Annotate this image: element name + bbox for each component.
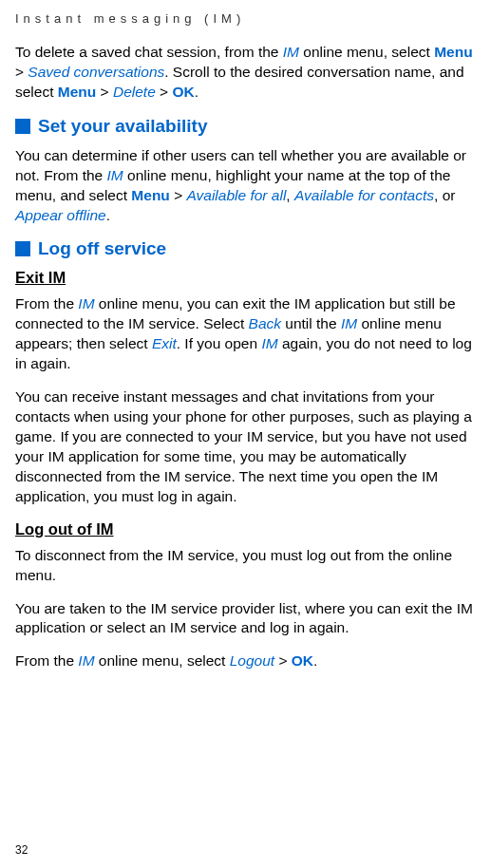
text: From the [15, 295, 78, 311]
saved-conversations-link[interactable]: Saved conversations [28, 64, 164, 80]
menu-link[interactable]: Menu [131, 187, 169, 203]
text: online menu, select [299, 44, 434, 60]
text: . If you open [177, 335, 262, 351]
separator: > [156, 84, 173, 100]
logout-paragraph-3: From the IM online menu, select Logout >… [15, 651, 474, 671]
text: online menu, select [95, 652, 230, 669]
logout-paragraph-1: To disconnect from the IM service, you m… [15, 546, 474, 586]
logout-paragraph-2: You are taken to the IM service provider… [15, 599, 474, 639]
exit-im-paragraph-2: You can receive instant messages and cha… [15, 387, 474, 507]
exit-link[interactable]: Exit [152, 335, 177, 351]
text: , [286, 187, 294, 203]
text: To delete a saved chat session, from the [15, 44, 283, 60]
section-heading-text: Log off service [38, 238, 166, 259]
back-link[interactable]: Back [249, 315, 281, 331]
menu-link[interactable]: Menu [58, 84, 96, 100]
im-link[interactable]: IM [261, 335, 277, 351]
subheading-exit-im: Exit IM [15, 269, 474, 287]
text: , or [434, 187, 455, 203]
page-number: 32 [15, 843, 28, 857]
text: . [106, 207, 110, 223]
separator: > [96, 84, 113, 100]
text: . [195, 84, 198, 100]
availability-paragraph: You can determine if other users can tel… [15, 146, 474, 226]
subheading-log-out: Log out of IM [15, 520, 474, 538]
delete-link[interactable]: Delete [113, 84, 156, 100]
separator: > [274, 652, 292, 669]
available-for-contacts-link[interactable]: Available for contacts [294, 187, 434, 203]
im-link[interactable]: IM [283, 44, 299, 60]
square-bullet-icon [15, 241, 30, 256]
text: From the [15, 652, 78, 669]
im-link[interactable]: IM [78, 295, 94, 311]
separator: > [170, 187, 187, 203]
text: . [313, 652, 317, 669]
separator: > [15, 64, 28, 80]
available-for-all-link[interactable]: Available for all [187, 187, 287, 203]
ok-link[interactable]: OK [292, 652, 313, 669]
square-bullet-icon [15, 119, 30, 134]
im-link[interactable]: IM [78, 652, 94, 669]
menu-link[interactable]: Menu [434, 44, 472, 60]
ok-link[interactable]: OK [172, 84, 194, 100]
intro-paragraph: To delete a saved chat session, from the… [15, 43, 474, 103]
page-header: Instant messaging (IM) [15, 11, 474, 26]
section-log-off: Log off service [15, 238, 474, 259]
text: until the [281, 315, 341, 331]
logout-link[interactable]: Logout [230, 652, 274, 669]
im-link[interactable]: IM [106, 167, 123, 183]
section-heading-text: Set your availability [38, 116, 207, 137]
im-link[interactable]: IM [341, 315, 357, 331]
appear-offline-link[interactable]: Appear offline [15, 207, 106, 223]
section-set-availability: Set your availability [15, 116, 474, 137]
exit-im-paragraph-1: From the IM online menu, you can exit th… [15, 294, 474, 374]
